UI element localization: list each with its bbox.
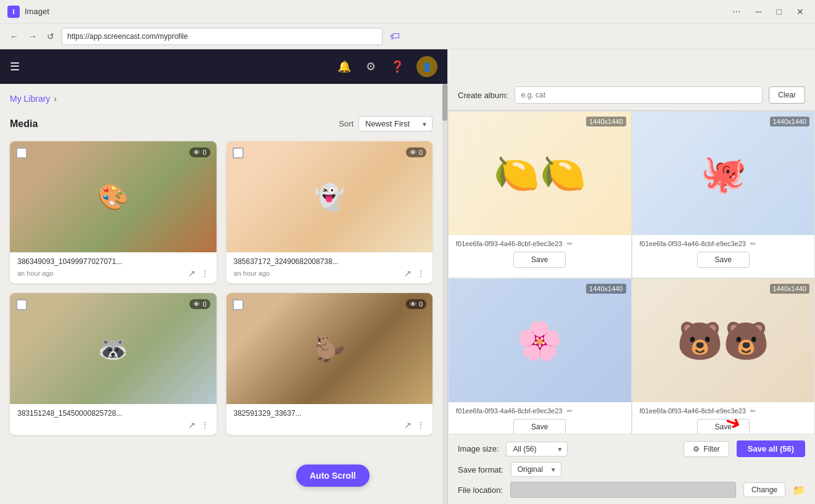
folder-icon[interactable]: 📁 bbox=[793, 484, 805, 496]
refresh-button[interactable]: ↺ bbox=[44, 30, 57, 43]
card-info: 383151248_15450000825728... ↗ ⋮ bbox=[10, 404, 217, 435]
card-checkbox[interactable] bbox=[233, 299, 244, 310]
scrollbar-track[interactable] bbox=[442, 84, 447, 504]
edit-icon[interactable]: ✏ bbox=[567, 407, 573, 415]
table-row: 🐙 1440x1440 f01ee6fa-0f93-4a46-8cbf-e9ec… bbox=[632, 111, 816, 278]
address-input[interactable] bbox=[62, 28, 383, 45]
sort-label: Sort bbox=[339, 119, 354, 128]
image-dimension: 1440x1440 bbox=[586, 117, 626, 126]
table-row: 🌸 1440x1440 f01ee6fa-0f93-4a46-8cbf-e9ec… bbox=[448, 278, 632, 434]
card-meta: ↗ ⋮ bbox=[234, 420, 426, 430]
title-bar: I Imaget ⋯ ─ □ ✕ bbox=[0, 0, 815, 23]
more-button[interactable]: ⋮ bbox=[416, 420, 425, 430]
eye-icon: 👁 bbox=[193, 300, 200, 308]
left-content: My Library › Media Sort Newest First Old… bbox=[0, 84, 442, 504]
address-bar-row: ← → ↺ 🏷 bbox=[0, 23, 815, 49]
image-size-select[interactable]: All (56) Small Medium Large bbox=[506, 442, 568, 456]
save-button[interactable]: Save bbox=[513, 252, 566, 268]
card-checkbox[interactable] bbox=[16, 299, 27, 310]
size-wrapper: All (56) Small Medium Large ▼ bbox=[506, 442, 568, 456]
avatar[interactable]: 👤 bbox=[416, 56, 437, 77]
left-panel: ☰ 🔔 ⚙ ❓ 👤 My Library › Media Sort bbox=[0, 49, 448, 504]
card-name: 382591329_33637... bbox=[234, 409, 426, 418]
card-meta: an hour ago ↗ ⋮ bbox=[234, 268, 426, 278]
list-item[interactable]: 🦫 👁 0 382591329_33637... bbox=[226, 293, 433, 435]
share-button[interactable]: ↗ bbox=[188, 268, 196, 278]
card-checkbox[interactable] bbox=[233, 147, 244, 159]
card-checkbox[interactable] bbox=[16, 147, 27, 159]
share-button[interactable]: ↗ bbox=[404, 268, 412, 278]
filename: f01ee6fa-0f93-4a46-8cbf-e9ec3e23 ✏ bbox=[640, 407, 808, 415]
clear-button[interactable]: Clear bbox=[769, 86, 805, 104]
app-title: Imaget bbox=[25, 7, 49, 16]
card-thumbnail: 🎨 👁 0 bbox=[10, 141, 217, 252]
notification-icon[interactable]: 🔔 bbox=[337, 60, 351, 73]
save-button[interactable]: Save bbox=[697, 252, 750, 268]
forward-button[interactable]: → bbox=[26, 30, 39, 43]
media-title: Media bbox=[10, 118, 38, 130]
breadcrumb: My Library › bbox=[10, 94, 432, 104]
image-grid: 🎨 👁 0 386349093_10499977027071... an hou… bbox=[10, 141, 432, 435]
edit-icon[interactable]: ✏ bbox=[750, 240, 756, 247]
sort-select[interactable]: Newest First Oldest First Name A-Z Name … bbox=[358, 116, 432, 131]
card-time: an hour ago bbox=[234, 270, 270, 277]
right-image-grid: 🍋🍋 1440x1440 f01ee6fa-0f93-4a46-8cbf-e9e… bbox=[448, 110, 815, 434]
maximize-button[interactable]: □ bbox=[773, 6, 785, 18]
right-panel: Create album: Clear 🍋🍋 1440x1440 f01ee6f… bbox=[448, 49, 815, 504]
list-item[interactable]: 🎨 👁 0 386349093_10499977027071... an hou… bbox=[10, 141, 217, 283]
save-button[interactable]: Save bbox=[513, 419, 566, 434]
eye-icon: 👁 bbox=[410, 300, 416, 308]
filter-button[interactable]: ⚙ Filter bbox=[684, 441, 729, 457]
card-info: 382591329_33637... ↗ ⋮ bbox=[226, 404, 433, 435]
right-card-info: f01ee6fa-0f93-4a46-8cbf-e9ec3e23 ✏ Save bbox=[449, 402, 631, 434]
bottom-row-2: Save format: Original JPEG PNG WebP ▼ bbox=[458, 462, 805, 477]
auto-scroll-button[interactable]: Auto Scroll bbox=[296, 465, 370, 487]
filename: f01ee6fa-0f93-4a46-8cbf-e9ec3e23 ✏ bbox=[640, 240, 808, 248]
view-count: 0 bbox=[202, 300, 206, 308]
menu-button[interactable]: ⋯ bbox=[729, 6, 745, 18]
create-album-bar: Create album: Clear bbox=[448, 80, 815, 110]
image-dimension: 1440x1440 bbox=[586, 284, 626, 294]
hamburger-icon[interactable]: ☰ bbox=[10, 60, 20, 73]
minimize-button[interactable]: ─ bbox=[752, 6, 766, 18]
right-card-thumbnail: 🐙 1440x1440 bbox=[632, 112, 815, 235]
card-thumbnail: 🦫 👁 0 bbox=[226, 293, 433, 404]
image-dimension: 1440x1440 bbox=[770, 284, 809, 294]
title-bar-left: I Imaget bbox=[7, 6, 49, 18]
card-name: 386349093_10499977027071... bbox=[17, 257, 209, 266]
settings-icon[interactable]: ⚙ bbox=[366, 60, 376, 73]
close-button[interactable]: ✕ bbox=[793, 6, 808, 18]
help-icon[interactable]: ❓ bbox=[391, 60, 404, 73]
card-name: 383151248_15450000825728... bbox=[17, 409, 209, 418]
card-info: 385637172_32490682008738... an hour ago … bbox=[226, 252, 433, 283]
edit-icon[interactable]: ✏ bbox=[750, 407, 756, 415]
my-library-link[interactable]: My Library bbox=[10, 94, 50, 104]
toolbar: ☰ 🔔 ⚙ ❓ 👤 bbox=[0, 49, 447, 84]
view-count: 0 bbox=[202, 149, 206, 156]
share-button[interactable]: ↗ bbox=[188, 420, 196, 430]
card-views: 👁 0 bbox=[189, 147, 210, 157]
main-layout: ☰ 🔔 ⚙ ❓ 👤 My Library › Media Sort bbox=[0, 49, 815, 504]
tag-icon[interactable]: 🏷 bbox=[390, 31, 400, 42]
scrollbar-thumb[interactable] bbox=[442, 84, 447, 121]
list-item[interactable]: 🦝 👁 0 383151248_15450000825728... bbox=[10, 293, 217, 435]
card-image: 🦫 bbox=[226, 293, 433, 404]
save-all-button[interactable]: Save all (56) bbox=[737, 440, 805, 457]
card-views: 👁 0 bbox=[406, 147, 426, 157]
right-card-thumbnail: 🍋🍋 1440x1440 bbox=[449, 112, 631, 235]
right-bottom-bar: Image size: All (56) Small Medium Large … bbox=[448, 434, 815, 504]
share-button[interactable]: ↗ bbox=[404, 420, 412, 430]
more-button[interactable]: ⋮ bbox=[201, 268, 209, 278]
card-info: 386349093_10499977027071... an hour ago … bbox=[10, 252, 217, 283]
more-button[interactable]: ⋮ bbox=[201, 420, 209, 430]
format-select[interactable]: Original JPEG PNG WebP bbox=[511, 462, 561, 477]
list-item[interactable]: 👻 👁 0 385637172_32490682008738... an hou… bbox=[226, 141, 433, 283]
file-location-row: File location: Change 📁 bbox=[458, 482, 805, 498]
sort-wrapper: Newest First Oldest First Name A-Z Name … bbox=[358, 116, 432, 131]
more-button[interactable]: ⋮ bbox=[416, 268, 425, 278]
view-count: 0 bbox=[419, 300, 423, 308]
change-button[interactable]: Change bbox=[743, 482, 785, 497]
edit-icon[interactable]: ✏ bbox=[567, 240, 573, 247]
album-input[interactable] bbox=[515, 86, 763, 104]
back-button[interactable]: ← bbox=[7, 30, 21, 43]
